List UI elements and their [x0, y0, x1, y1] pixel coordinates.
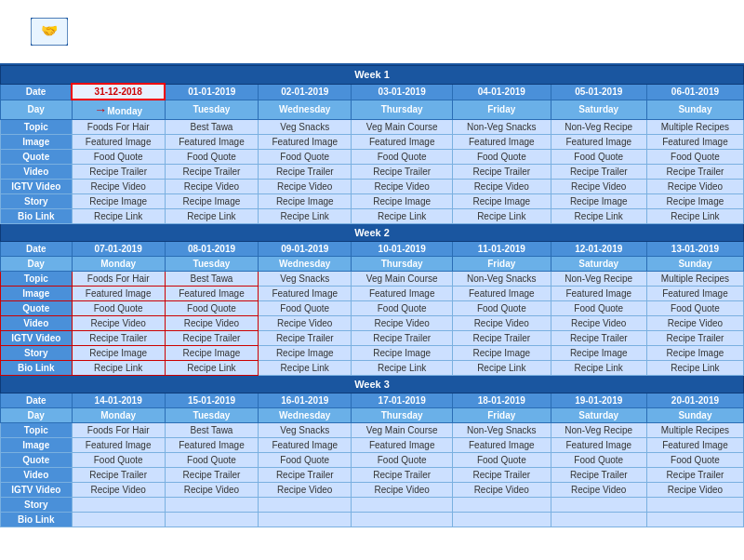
calendar-area: Week 1Date31-12-201801-01-201902-01-2019… — [0, 65, 744, 560]
data-cell-w1-r6-d1: Recipe Link — [165, 209, 258, 224]
row-label-w1-r3: Video — [1, 165, 73, 180]
arrow-icon: → — [94, 102, 107, 117]
data-cell-w1-r0-d5: Non-Veg Recipe — [551, 120, 646, 135]
row-label-w3-r0: Topic — [1, 423, 73, 438]
data-row-w3-r3: VideoRecipe TrailerRecipe TrailerRecipe … — [1, 468, 744, 483]
data-cell-w1-r4-d0: Recipe Video — [72, 180, 165, 194]
data-cell-w1-r4-d6: Recipe Video — [646, 180, 743, 194]
data-cell-w3-r2-d3: Food Quote — [352, 453, 453, 468]
data-cell-w1-r6-d6: Recipe Link — [646, 209, 743, 224]
data-cell-w3-r6-d5 — [551, 513, 646, 527]
data-cell-w1-r4-d1: Recipe Video — [165, 180, 258, 194]
date-cell-w3-d5: 19-01-2019 — [551, 393, 646, 408]
data-cell-w1-r6-d0: Recipe Link — [72, 209, 165, 224]
data-cell-w2-r5-d1: Recipe Image — [165, 346, 258, 361]
data-cell-w2-r3-d1: Recipe Video — [165, 316, 258, 331]
data-cell-w3-r3-d4: Recipe Trailer — [452, 468, 551, 483]
data-cell-w3-r2-d0: Food Quote — [72, 453, 165, 468]
day-label-w2: Day — [1, 257, 73, 272]
row-label-w3-r3: Video — [1, 468, 73, 483]
data-row-w1-r4: IGTV VideoRecipe VideoRecipe VideoRecipe… — [1, 180, 744, 194]
data-cell-w2-r1-d3: Featured Image — [352, 287, 453, 301]
data-row-w3-r1: ImageFeatured ImageFeatured ImageFeature… — [1, 438, 744, 453]
date-cell-w2-d5: 12-01-2019 — [551, 242, 646, 257]
data-cell-w2-r0-d4: Non-Veg Snacks — [452, 272, 551, 287]
day-cell-w1-d2: Wednesday — [259, 100, 352, 120]
data-cell-w3-r6-d0 — [72, 513, 165, 527]
data-cell-w3-r6-d2 — [259, 513, 352, 527]
day-cell-w1-d1: Tuesday — [165, 100, 258, 120]
data-cell-w1-r5-d0: Recipe Image — [72, 194, 165, 209]
data-cell-w3-r5-d0 — [72, 498, 165, 513]
data-cell-w3-r1-d3: Featured Image — [352, 438, 453, 453]
day-cell-w3-d4: Friday — [452, 408, 551, 423]
data-cell-w3-r2-d6: Food Quote — [646, 453, 743, 468]
data-cell-w2-r2-d2: Food Quote — [259, 301, 352, 316]
date-cell-w2-d6: 13-01-2019 — [646, 242, 743, 257]
date-cell-w1-d5: 05-01-2019 — [551, 84, 646, 100]
data-cell-w2-r1-d5: Featured Image — [551, 287, 646, 301]
data-cell-w1-r2-d5: Food Quote — [551, 150, 646, 165]
data-cell-w2-r5-d5: Recipe Image — [551, 346, 646, 361]
row-label-w1-r0: Topic — [1, 120, 73, 135]
data-cell-w3-r4-d4: Recipe Video — [452, 483, 551, 498]
data-cell-w2-r1-d0: Featured Image — [72, 287, 165, 301]
logo-icon: 🤝 — [31, 18, 68, 46]
day-cell-w1-d6: Sunday — [646, 100, 743, 120]
data-cell-w1-r3-d3: Recipe Trailer — [352, 165, 453, 180]
data-cell-w1-r6-d5: Recipe Link — [551, 209, 646, 224]
data-cell-w2-r6-d5: Recipe Link — [551, 361, 646, 376]
row-label-w3-r1: Image — [1, 438, 73, 453]
data-cell-w2-r3-d3: Recipe Video — [352, 316, 453, 331]
data-cell-w2-r5-d4: Recipe Image — [452, 346, 551, 361]
data-cell-w3-r2-d4: Food Quote — [452, 453, 551, 468]
data-cell-w1-r4-d2: Recipe Video — [259, 180, 352, 194]
date-cell-w2-d4: 11-01-2019 — [452, 242, 551, 257]
data-cell-w2-r4-d1: Recipe Trailer — [165, 331, 258, 346]
data-cell-w1-r6-d4: Recipe Link — [452, 209, 551, 224]
data-row-w3-r0: TopicFoods For HairBest TawaVeg SnacksVe… — [1, 423, 744, 438]
data-cell-w3-r3-d1: Recipe Trailer — [165, 468, 258, 483]
data-cell-w1-r2-d3: Food Quote — [352, 150, 453, 165]
data-cell-w2-r6-d6: Recipe Link — [646, 361, 743, 376]
data-row-w1-r0: TopicFoods For HairBest TawaVeg SnacksVe… — [1, 120, 744, 135]
data-cell-w2-r1-d1: Featured Image — [165, 287, 258, 301]
data-cell-w1-r3-d6: Recipe Trailer — [646, 165, 743, 180]
data-cell-w2-r6-d0: Recipe Link — [72, 361, 165, 376]
date-cell-w3-d2: 16-01-2019 — [259, 393, 352, 408]
data-cell-w2-r4-d6: Recipe Trailer — [646, 331, 743, 346]
data-cell-w1-r4-d5: Recipe Video — [551, 180, 646, 194]
date-label-w3: Date — [1, 393, 73, 408]
data-cell-w1-r2-d2: Food Quote — [259, 150, 352, 165]
date-cell-w1-d2: 02-01-2019 — [259, 84, 352, 100]
row-label-w2-r1: Image — [1, 287, 73, 301]
data-cell-w1-r6-d2: Recipe Link — [259, 209, 352, 224]
data-cell-w3-r5-d4 — [452, 498, 551, 513]
data-cell-w2-r5-d2: Recipe Image — [259, 346, 352, 361]
page-wrapper: 🤝 Week 1Date31-12-201801-01-201902-01-20… — [0, 0, 744, 560]
data-cell-w1-r5-d5: Recipe Image — [551, 194, 646, 209]
row-label-w1-r5: Story — [1, 194, 73, 209]
data-cell-w2-r0-d1: Best Tawa — [165, 272, 258, 287]
row-label-w1-r6: Bio Link — [1, 209, 73, 224]
row-label-w2-r4: IGTV Video — [1, 331, 73, 346]
data-row-w1-r1: ImageFeatured ImageFeatured ImageFeature… — [1, 135, 744, 150]
data-cell-w2-r0-d5: Non-Veg Recipe — [551, 272, 646, 287]
data-cell-w1-r5-d1: Recipe Image — [165, 194, 258, 209]
data-row-w2-r1: ImageFeatured ImageFeatured ImageFeature… — [1, 287, 744, 301]
row-label-w3-r4: IGTV Video — [1, 483, 73, 498]
data-cell-w3-r0-d0: Foods For Hair — [72, 423, 165, 438]
data-cell-w2-r1-d4: Featured Image — [452, 287, 551, 301]
day-label-w1: Day — [1, 100, 73, 120]
row-label-w3-r6: Bio Link — [1, 513, 73, 527]
data-cell-w2-r1-d2: Featured Image — [259, 287, 352, 301]
data-cell-w3-r5-d2 — [259, 498, 352, 513]
data-cell-w2-r4-d2: Recipe Trailer — [259, 331, 352, 346]
data-cell-w2-r2-d4: Food Quote — [452, 301, 551, 316]
data-cell-w2-r5-d6: Recipe Image — [646, 346, 743, 361]
data-cell-w1-r3-d4: Recipe Trailer — [452, 165, 551, 180]
data-cell-w3-r2-d1: Food Quote — [165, 453, 258, 468]
data-cell-w2-r3-d6: Recipe Video — [646, 316, 743, 331]
data-cell-w1-r0-d0: Foods For Hair — [72, 120, 165, 135]
data-cell-w3-r0-d1: Best Tawa — [165, 423, 258, 438]
